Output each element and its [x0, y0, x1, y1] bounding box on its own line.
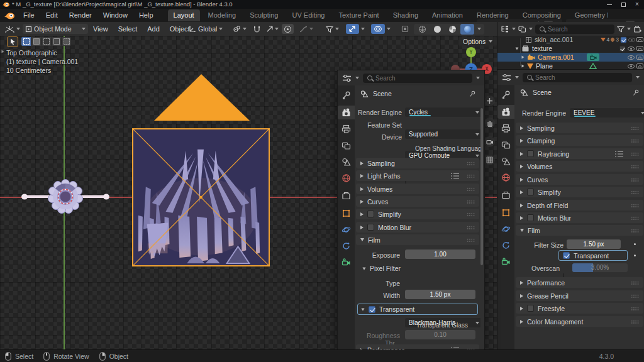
tab-object-icon[interactable] — [501, 208, 511, 217]
freestyle-checkbox[interactable] — [527, 305, 534, 312]
section-motion-blur[interactable]: Motion Blur — [356, 222, 479, 233]
tab-viewlayer-icon[interactable] — [341, 141, 351, 150]
active-tool-tweak-button[interactable] — [7, 36, 18, 47]
render-engine-dropdown[interactable]: EEVEE — [570, 108, 644, 118]
shading-material-button[interactable] — [445, 26, 459, 33]
section-raytracing[interactable]: Raytracing — [516, 148, 643, 159]
tab-render-icon[interactable] — [501, 107, 511, 117]
tab-texture-paint[interactable]: Texture Paint — [333, 9, 384, 21]
mode-dropdown[interactable]: Object Mode — [23, 24, 88, 34]
camera-view-button[interactable] — [484, 136, 495, 147]
tab-world-icon[interactable] — [501, 173, 511, 182]
tab-data-icon[interactable] — [341, 258, 351, 267]
filter-width-field[interactable]: 1.50 px — [405, 290, 475, 299]
outliner-filter-icon[interactable] — [617, 26, 625, 33]
render-engine-dropdown[interactable]: Cycles — [405, 107, 480, 117]
show-overlays-toggle[interactable] — [371, 24, 385, 34]
expand-arrow[interactable] — [516, 47, 519, 50]
close-button[interactable]: × — [630, 0, 644, 9]
gizmo-settings-caret[interactable] — [361, 28, 365, 30]
select-mode-intersect-button[interactable] — [62, 37, 71, 46]
tab-render-icon[interactable] — [341, 108, 351, 118]
panel-scrollbar[interactable] — [480, 108, 483, 265]
minimize-button[interactable] — [602, 0, 616, 9]
show-gizmo-toggle[interactable] — [346, 24, 359, 34]
hide-eye-icon[interactable] — [628, 47, 635, 51]
proportional-falloff-dropdown[interactable] — [297, 24, 316, 34]
snap-settings-dropdown[interactable] — [264, 24, 281, 34]
render-visibility-icon[interactable] — [636, 37, 643, 42]
editor-type-button[interactable] — [3, 24, 23, 34]
outliner-search[interactable] — [535, 25, 614, 34]
outliner-display-mode-icon[interactable] — [501, 25, 509, 33]
section-film[interactable]: Film — [356, 234, 479, 245]
tab-scene-icon[interactable] — [501, 156, 511, 166]
new-collection-icon[interactable] — [633, 25, 641, 33]
toggle-grid-button[interactable] — [484, 155, 495, 165]
overlays-settings-caret[interactable] — [387, 28, 391, 30]
menu-file[interactable]: File — [18, 9, 40, 22]
tab-collection-icon[interactable] — [501, 190, 511, 200]
section-grease-pencil[interactable]: Grease Pencil — [516, 290, 643, 301]
section-motion-blur[interactable]: Motion Blur — [516, 212, 643, 223]
transparent-checkbox[interactable] — [369, 306, 375, 313]
exposure-field[interactable]: 1.00 — [405, 250, 475, 259]
motion-blur-checkbox[interactable] — [367, 224, 374, 231]
render-visibility-icon[interactable] — [636, 63, 643, 69]
panel-options-caret[interactable] — [636, 76, 640, 79]
tab-uv-editing[interactable]: UV Editing — [286, 9, 330, 21]
blender-logo-icon[interactable] — [4, 11, 15, 20]
outliner-filter-image-icon[interactable] — [518, 25, 526, 33]
select-mode-new-button[interactable] — [21, 37, 31, 46]
roughness-threshold-field[interactable]: 0.10 — [405, 330, 475, 339]
hide-eye-icon[interactable] — [628, 38, 635, 42]
tab-data-icon[interactable] — [501, 257, 511, 266]
render-visibility-icon[interactable] — [636, 46, 643, 51]
tab-viewlayer-icon[interactable] — [501, 140, 511, 150]
animate-dot[interactable] — [634, 255, 636, 256]
section-performance[interactable]: Performance — [356, 344, 479, 349]
character-model[interactable] — [21, 178, 109, 217]
plane-object[interactable] — [132, 128, 270, 266]
tab-physics-icon[interactable] — [341, 225, 351, 234]
section-curves[interactable]: Curves — [516, 174, 643, 185]
xray-toggle[interactable] — [399, 24, 411, 34]
section-clamping[interactable]: Clamping — [516, 135, 643, 146]
expand-arrow[interactable] — [522, 56, 525, 59]
transparent-section-highlighted[interactable]: Transparent — [357, 304, 478, 315]
object-visibility-dropdown[interactable] — [323, 24, 341, 34]
menu-render[interactable]: Render — [64, 9, 97, 22]
motion-blur-checkbox[interactable] — [527, 214, 534, 221]
transparent-checkbox[interactable] — [563, 252, 570, 259]
feature-set-dropdown[interactable]: Supported — [405, 129, 480, 139]
camera-data-icon[interactable] — [587, 53, 599, 61]
camera-object[interactable] — [153, 73, 251, 122]
filter-size-field[interactable]: 1.50 px — [567, 239, 621, 249]
simplify-checkbox[interactable] — [527, 189, 534, 195]
maximize-button[interactable] — [616, 0, 630, 9]
tab-physics-icon[interactable] — [501, 224, 511, 234]
section-simplify[interactable]: Simplify — [356, 209, 479, 219]
tab-object-icon[interactable] — [341, 209, 351, 218]
move-view-button[interactable] — [484, 118, 495, 128]
transform-orientation-dropdown[interactable]: Global — [186, 24, 225, 34]
render-visibility-icon[interactable] — [636, 55, 643, 60]
select-mode-invert-button[interactable] — [52, 37, 61, 46]
toolbar-expand-arrow[interactable] — [2, 50, 4, 53]
shading-solid-button[interactable] — [430, 26, 444, 33]
tab-output-icon[interactable] — [501, 124, 511, 133]
shading-rendered-button[interactable] — [460, 24, 474, 35]
menu-window[interactable]: Window — [97, 9, 133, 22]
tab-shading[interactable]: Shading — [387, 9, 424, 21]
section-light-paths[interactable]: Light Paths — [356, 170, 479, 181]
select-mode-extend-button[interactable] — [31, 37, 41, 46]
presets-icon[interactable] — [451, 173, 459, 179]
outliner-row-plane[interactable]: Plane — [497, 62, 644, 69]
hide-eye-icon[interactable] — [628, 55, 635, 60]
overscan-slider[interactable]: 3.00% — [572, 263, 628, 272]
outliner-row-camera[interactable]: Camera.001 — [497, 53, 644, 62]
section-volumes[interactable]: Volumes — [356, 184, 479, 194]
tab-constraints-icon[interactable] — [341, 241, 351, 251]
outliner-row-skin-acc[interactable]: skin_acc.001 4 3 — [497, 35, 644, 44]
tab-sculpting[interactable]: Sculpting — [244, 9, 284, 21]
